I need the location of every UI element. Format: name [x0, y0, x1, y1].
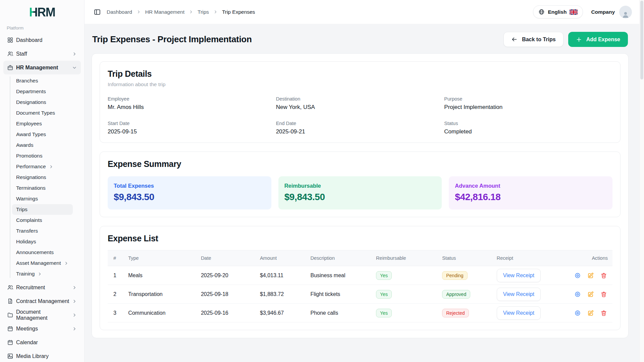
expense-list-section: Expense List # Type Date Amount: [100, 226, 621, 330]
table-row: 3 Communication 2025-09-16 $3,946.67 Pho…: [108, 304, 612, 322]
field-destination: Destination New York, USA: [276, 96, 444, 111]
cell-number: 2: [108, 285, 125, 304]
account-menu[interactable]: Company: [591, 6, 632, 18]
users-icon: [7, 51, 13, 57]
page-content: Trip Expenses - Project Implementation B…: [85, 24, 644, 362]
status-badge: Approved: [442, 290, 470, 299]
grid-icon: [7, 37, 13, 44]
add-expense-button[interactable]: Add Expense: [568, 32, 628, 47]
table-header-row: # Type Date Amount Description Reimbursa…: [108, 250, 612, 266]
sidebar-item-hr-management[interactable]: HR Management: [3, 61, 81, 74]
trip-details-subtitle: Information about the trip: [108, 81, 612, 87]
breadcrumb-hr-management[interactable]: HR Management: [145, 9, 184, 15]
subitem-label: Awards: [16, 142, 33, 148]
cell-amount: $4,013.11: [257, 266, 307, 285]
scrollbar-thumb[interactable]: [640, 1, 643, 79]
view-icon[interactable]: [574, 310, 581, 316]
status-badge: Pending: [442, 271, 467, 280]
sidebar-subitem-award-types[interactable]: Award Types: [12, 129, 73, 140]
edit-icon[interactable]: [587, 310, 594, 316]
edit-icon[interactable]: [587, 272, 594, 279]
sidebar-item-contract-management[interactable]: Contract Management: [3, 294, 81, 308]
chevron-right-icon: [189, 10, 193, 14]
sidebar-subitem-transfers[interactable]: Transfers: [12, 226, 73, 236]
sidebar-subitem-document-types[interactable]: Document Types: [12, 108, 73, 118]
sidebar-item-dashboard[interactable]: Dashboard: [3, 33, 81, 47]
language-button[interactable]: English: [533, 5, 583, 18]
delete-icon[interactable]: [600, 272, 607, 279]
sidebar-subitem-terminations[interactable]: Terminations: [12, 183, 73, 193]
sidebar-subitem-performance[interactable]: Performance: [12, 161, 73, 172]
view-icon[interactable]: [574, 291, 581, 298]
cell-type: Meals: [125, 266, 198, 285]
back-button-label: Back to Trips: [522, 37, 555, 43]
sidebar-item-label: Calendar: [16, 340, 38, 346]
summary-value: $9,843.50: [114, 192, 265, 202]
cell-number: 3: [108, 304, 125, 322]
summary-card-advance-amount: Advance Amount $42,816.18: [449, 176, 612, 209]
sidebar-toggle-icon[interactable]: [94, 8, 101, 16]
image-icon: [7, 353, 13, 360]
sidebar-subitem-announcements[interactable]: Announcements: [12, 247, 73, 258]
sidebar-subitem-designations[interactable]: Designations: [12, 97, 73, 108]
uk-flag-icon: [570, 9, 578, 15]
col-status: Status: [439, 250, 493, 266]
field-label: Destination: [276, 96, 444, 102]
back-to-trips-button[interactable]: Back to Trips: [503, 32, 563, 47]
avatar[interactable]: [619, 6, 632, 18]
view-receipt-button[interactable]: View Receipt: [497, 288, 541, 301]
sidebar-item-meetings[interactable]: Meetings: [3, 322, 81, 336]
field-label: Start Date: [108, 121, 276, 126]
sidebar-subitem-training[interactable]: Training: [12, 268, 73, 279]
sidebar-subitem-holidays[interactable]: Holidays: [12, 236, 73, 247]
page-scrollbar[interactable]: [639, 0, 644, 362]
subitem-label: Asset Management: [16, 260, 61, 266]
sidebar-item-staff[interactable]: Staff: [3, 47, 81, 61]
summary-cards: Total Expenses $9,843.50 Reimbursable $9…: [108, 176, 612, 209]
view-receipt-button[interactable]: View Receipt: [497, 306, 541, 320]
delete-icon[interactable]: [600, 291, 607, 298]
field-label: End Date: [276, 121, 444, 126]
cell-description: Business meal: [307, 266, 373, 285]
sidebar-item-label: Document Management: [16, 309, 69, 321]
edit-icon[interactable]: [587, 291, 594, 298]
logo[interactable]: HRM: [0, 0, 84, 21]
folder-icon: [7, 312, 13, 318]
sidebar-item-label: Meetings: [16, 326, 38, 332]
sidebar-item-label: Recruitment: [16, 285, 45, 291]
sidebar-subitem-employees[interactable]: Employees: [12, 118, 73, 129]
page-actions: Back to Trips Add Expense: [503, 32, 628, 47]
table-row: 1 Meals 2025-09-20 $4,013.11 Business me…: [108, 266, 612, 285]
subitem-label: Complaints: [16, 217, 42, 223]
sidebar-item-document-management[interactable]: Document Management: [3, 308, 81, 322]
sidebar-subitem-asset-management[interactable]: Asset Management: [12, 258, 73, 268]
view-icon[interactable]: [574, 272, 581, 279]
subitem-label: Promotions: [16, 153, 42, 159]
summary-label: Reimbursable: [284, 183, 436, 189]
sidebar-item-calendar[interactable]: Calendar: [3, 336, 81, 349]
calendar-icon: [7, 339, 13, 346]
sidebar-item-recruitment[interactable]: Recruitment: [3, 281, 81, 294]
sidebar-subitem-departments[interactable]: Departments: [12, 86, 73, 97]
sidebar-subitem-complaints[interactable]: Complaints: [12, 215, 73, 226]
sidebar-subitem-resignations[interactable]: Resignations: [12, 172, 73, 183]
sidebar-subitem-promotions[interactable]: Promotions: [12, 150, 73, 161]
sidebar-subitem-awards[interactable]: Awards: [12, 140, 73, 150]
cell-number: 1: [108, 266, 125, 285]
sidebar-subitem-branches[interactable]: Branches: [12, 75, 73, 86]
delete-icon[interactable]: [600, 310, 607, 316]
field-value: Completed: [444, 128, 612, 135]
col-amount: Amount: [257, 250, 307, 266]
breadcrumb-trips[interactable]: Trips: [198, 9, 209, 15]
field-start-date: Start Date 2025-09-15: [108, 121, 276, 135]
sidebar-item-label: Dashboard: [16, 37, 42, 43]
expense-list-title: Expense List: [108, 234, 612, 243]
sidebar-item-media-library[interactable]: Media Library: [3, 349, 81, 362]
breadcrumb-dashboard[interactable]: Dashboard: [107, 9, 132, 15]
sidebar-subitem-warnings[interactable]: Warnings: [12, 193, 73, 204]
subitem-label: Designations: [16, 99, 46, 105]
view-receipt-button[interactable]: View Receipt: [497, 269, 541, 282]
field-value: 2025-09-21: [276, 128, 444, 135]
sidebar-subitem-trips[interactable]: Trips: [12, 204, 73, 215]
summary-value: $9,843.50: [284, 192, 436, 202]
